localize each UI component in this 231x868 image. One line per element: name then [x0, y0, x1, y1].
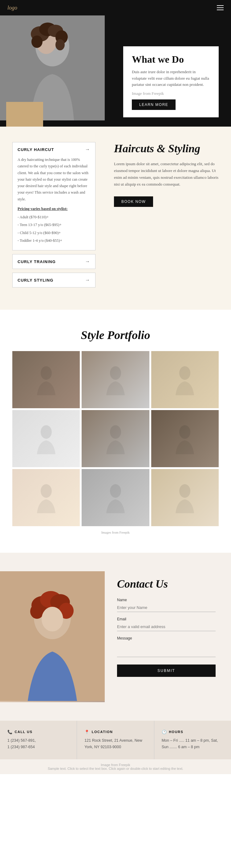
email-input[interactable] [117, 622, 216, 631]
portfolio-item-1 [12, 351, 80, 408]
accordion-item-curly-training[interactable]: CURLY TRAINING → [12, 254, 95, 269]
portfolio-section: Style Portfolio [0, 310, 231, 553]
footer-call-us: CALL US 1 (234) 567-891, 1 (234) 987-654 [0, 721, 77, 759]
portfolio-grid [12, 351, 219, 526]
footer-call-us-title: CALL US [7, 730, 69, 734]
portfolio-image-credit: Images from Freepik [12, 530, 219, 534]
svg-point-13 [110, 425, 121, 439]
menu-line [217, 7, 224, 8]
accordion-label: CURLY TRAINING [17, 259, 56, 264]
footer-location-title: LOCATION [84, 730, 146, 734]
portfolio-item-3 [151, 351, 219, 408]
person-portrait [82, 469, 149, 526]
pricing-label: Pricing varies based on stylist: [17, 206, 90, 212]
accordion-header-curly-haircut[interactable]: CURLY HAIRCUT → [13, 142, 95, 157]
portfolio-item-8 [82, 469, 149, 526]
pricing-item: - Adult ($70-$110)+ [17, 214, 90, 220]
person-portrait [12, 469, 80, 526]
person-portrait [151, 351, 219, 408]
pricing-item: - Toddler 1-4 y/o ($40-$55)+ [17, 238, 90, 244]
contact-form-area: Contact Us Name Email Message SUBMIT [105, 571, 231, 702]
contact-heading: Contact Us [117, 578, 216, 590]
hero-image-credit: Image from Freepik [132, 91, 210, 97]
hero-accent-rect [6, 102, 43, 127]
person-silhouette-svg [172, 482, 197, 513]
portfolio-item-6 [151, 410, 219, 467]
pricing-item: - Child 5-12 y/o ($60-$90)+ [17, 230, 90, 236]
svg-point-10 [110, 366, 121, 380]
svg-point-16 [110, 484, 121, 498]
portfolio-item-4 [12, 410, 80, 467]
svg-point-11 [179, 366, 190, 380]
services-section: CURLY HAIRCUT → A dry haircutting techni… [0, 127, 231, 310]
footer-weekend: Sun ....... 6 am – 8 pm [162, 744, 224, 750]
contact-image [0, 571, 105, 702]
portfolio-item-7 [12, 469, 80, 526]
accordion-arrow-icon: → [85, 259, 90, 264]
hero-freepik-link[interactable]: Image from Freepik [132, 91, 164, 96]
footer-sample-text: Sample text. Click to select the text bo… [48, 767, 183, 770]
person-silhouette-svg [172, 423, 197, 454]
services-right: Haircuts & Styling Lorem ipsum dolor sit… [105, 142, 231, 291]
person-silhouette-svg [34, 482, 59, 513]
contact-inner: Contact Us Name Email Message SUBMIT [0, 571, 231, 702]
navbar: logo [0, 0, 231, 16]
services-description: Lorem ipsum dolor sit amet, consectetur … [114, 161, 219, 188]
footer-phone2: 1 (234) 987-654 [7, 744, 69, 750]
footer-phone1: 1 (234) 567-891, [7, 737, 69, 744]
email-label: Email [117, 617, 216, 621]
accordion-header-curly-styling[interactable]: CURLY STYLING → [13, 273, 95, 287]
person-silhouette-svg [103, 423, 128, 454]
email-field-group: Email [117, 617, 216, 631]
accordion-label: CURLY STYLING [17, 278, 53, 283]
accordion-body: A dry haircutting technique that is 100%… [17, 157, 90, 203]
hero-description: Duis aute irure dolor in reprehenderit i… [132, 69, 210, 88]
book-now-button[interactable]: BOOK NOW [114, 196, 153, 207]
learn-more-button[interactable]: LEARN MORE [132, 99, 176, 110]
footer-hours-title: HOURS [162, 730, 224, 734]
footer-info: CALL US 1 (234) 567-891, 1 (234) 987-654… [0, 721, 231, 759]
svg-point-17 [179, 484, 190, 498]
pricing-item: - Teen 13-17 y/o ($65-$95)+ [17, 222, 90, 228]
person-silhouette-svg [103, 364, 128, 395]
contact-section: Contact Us Name Email Message SUBMIT [0, 553, 231, 721]
services-heading: Haircuts & Styling [114, 142, 219, 155]
services-inner: CURLY HAIRCUT → A dry haircutting techni… [0, 142, 231, 291]
portfolio-item-5 [82, 410, 149, 467]
svg-point-12 [41, 425, 52, 439]
footer-freepik-link[interactable]: Image from Freepik [101, 763, 130, 767]
svg-point-8 [31, 35, 42, 48]
svg-point-14 [179, 425, 190, 439]
portfolio-heading: Style Portfolio [12, 328, 219, 342]
menu-line [217, 9, 224, 10]
person-silhouette-svg [34, 423, 59, 454]
accordion-item-curly-styling[interactable]: CURLY STYLING → [12, 273, 95, 287]
footer-location: LOCATION 121 Rock Street, 21 Avenue, New… [77, 721, 154, 759]
contact-person-svg [0, 571, 105, 701]
person-portrait [151, 410, 219, 467]
footer-hours: HOURS Mon – Fri ..... 11 am – 8 pm, Sat,… [154, 721, 231, 759]
logo: logo [7, 5, 17, 11]
pricing-list: - Adult ($70-$110)+- Teen 13-17 y/o ($65… [17, 214, 90, 244]
submit-button[interactable]: SUBMIT [117, 664, 216, 677]
hero-section: What we Do Duis aute irure dolor in repr… [0, 16, 231, 127]
portfolio-freepik-link[interactable]: Images from Freepik [101, 530, 130, 534]
menu-button[interactable] [217, 5, 224, 10]
hero-content-box: What we Do Duis aute irure dolor in repr… [123, 46, 219, 117]
hero-title: What we Do [132, 54, 210, 65]
name-input[interactable] [117, 603, 216, 612]
person-silhouette-svg [103, 482, 128, 513]
footer-weekdays: Mon – Fri ..... 11 am – 8 pm, Sat, [162, 737, 224, 744]
accordion-arrow-icon: → [85, 277, 90, 283]
name-label: Name [117, 598, 216, 602]
message-field-group: Message [117, 636, 216, 658]
menu-line [217, 5, 224, 6]
svg-point-24 [30, 604, 44, 619]
message-input[interactable] [117, 642, 216, 657]
accordion-item-curly-haircut[interactable]: CURLY HAIRCUT → A dry haircutting techni… [12, 142, 95, 250]
contact-form: Name Email Message SUBMIT [117, 598, 216, 677]
name-field-group: Name [117, 598, 216, 612]
message-label: Message [117, 636, 216, 641]
clock-icon [162, 730, 167, 734]
accordion-header-curly-training[interactable]: CURLY TRAINING → [13, 254, 95, 269]
